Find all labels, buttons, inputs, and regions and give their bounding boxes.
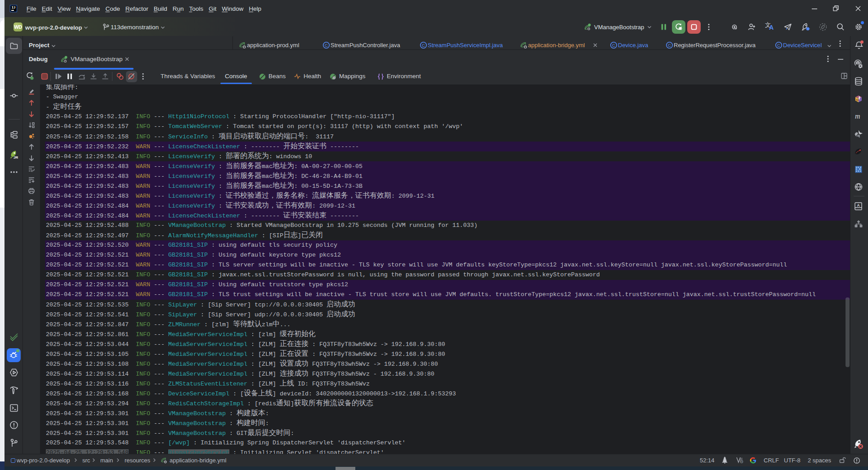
svg-text:m: m xyxy=(855,112,860,120)
svg-text:C: C xyxy=(325,43,328,48)
svg-text:A: A xyxy=(857,203,859,208)
svg-text:0: 0 xyxy=(741,460,743,463)
svg-text:M: M xyxy=(856,98,859,102)
svg-text:C: C xyxy=(612,43,615,48)
svg-text:JR: JR xyxy=(13,155,18,160)
svg-text:C: C xyxy=(422,43,425,48)
svg-text:C: C xyxy=(777,43,780,48)
svg-text:C: C xyxy=(668,43,671,48)
